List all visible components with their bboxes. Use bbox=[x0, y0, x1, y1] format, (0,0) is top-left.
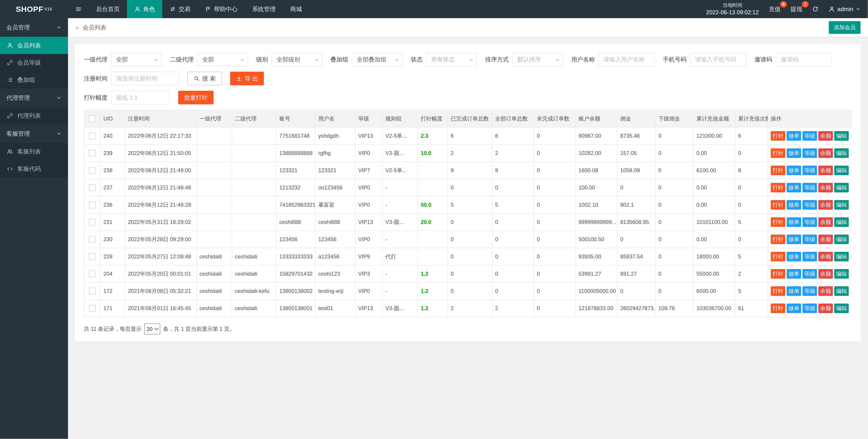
filter-select[interactable]: 默认排序 bbox=[512, 53, 563, 66]
nav-item[interactable]: 系统管理 bbox=[245, 0, 283, 18]
make-order-button[interactable]: 做单 bbox=[786, 303, 801, 313]
select-all-checkbox[interactable] bbox=[89, 115, 96, 122]
balance-button[interactable]: 余额 bbox=[818, 269, 833, 279]
level-button[interactable]: 等级 bbox=[803, 235, 817, 244]
add-member-button[interactable]: 添加会员 bbox=[829, 21, 861, 34]
edit-button[interactable]: 编辑 bbox=[834, 286, 849, 296]
balance-button[interactable]: 余额 bbox=[818, 200, 833, 210]
balance-button[interactable]: 余额 bbox=[818, 148, 833, 158]
make-order-button[interactable]: 做单 bbox=[786, 235, 801, 244]
sidebar-item[interactable]: 代理列表 bbox=[0, 107, 68, 124]
edit-button[interactable]: 编辑 bbox=[834, 131, 849, 141]
more-actions[interactable]: ... bbox=[850, 288, 852, 294]
filter-input[interactable] bbox=[776, 53, 832, 66]
row-checkbox[interactable] bbox=[89, 270, 96, 277]
withdraw-link[interactable]: 提现 1 bbox=[790, 5, 802, 13]
sidebar-group[interactable]: 代理管理 bbox=[0, 88, 68, 107]
more-actions[interactable]: ... bbox=[850, 305, 852, 311]
inject-button[interactable]: 打针 bbox=[771, 252, 785, 261]
search-button[interactable]: 搜 索 bbox=[187, 72, 222, 85]
nav-item[interactable]: 后台首页 bbox=[89, 0, 127, 18]
edit-button[interactable]: 编辑 bbox=[834, 200, 849, 210]
level-button[interactable]: 等级 bbox=[803, 131, 817, 141]
sidebar-item[interactable]: 叠加组 bbox=[0, 71, 68, 88]
edit-button[interactable]: 编辑 bbox=[834, 148, 849, 158]
recharge-link[interactable]: 充值 6 bbox=[769, 5, 780, 13]
edit-button[interactable]: 编辑 bbox=[834, 235, 849, 244]
edit-button[interactable]: 编辑 bbox=[834, 252, 849, 261]
balance-button[interactable]: 余额 bbox=[818, 131, 833, 141]
level-button[interactable]: 等级 bbox=[803, 303, 817, 313]
level-button[interactable]: 等级 bbox=[803, 269, 817, 279]
more-actions[interactable]: ... bbox=[850, 202, 852, 208]
menu-toggle[interactable] bbox=[68, 0, 89, 18]
filter-input[interactable] bbox=[690, 53, 746, 66]
row-checkbox[interactable] bbox=[89, 236, 96, 243]
nav-item[interactable]: 商城 bbox=[283, 0, 309, 18]
sidebar-group[interactable]: 客服管理 bbox=[0, 124, 68, 143]
row-checkbox[interactable] bbox=[89, 305, 96, 312]
nav-item[interactable]: 帮助中心 bbox=[198, 0, 245, 18]
user-menu[interactable]: admin bbox=[829, 6, 861, 13]
balance-button[interactable]: 余额 bbox=[818, 183, 833, 193]
level-button[interactable]: 等级 bbox=[803, 148, 817, 158]
inject-button[interactable]: 打针 bbox=[771, 303, 785, 313]
filter-select[interactable]: 全部级别 bbox=[272, 53, 322, 66]
refresh-button[interactable] bbox=[812, 6, 818, 12]
balance-button[interactable]: 余额 bbox=[818, 235, 833, 244]
inject-range-input[interactable] bbox=[111, 91, 170, 105]
sidebar-item[interactable]: 客服代码 bbox=[0, 160, 68, 177]
inject-button[interactable]: 打针 bbox=[771, 183, 785, 193]
balance-button[interactable]: 余额 bbox=[818, 166, 833, 175]
more-actions[interactable]: ... bbox=[850, 254, 852, 260]
edit-button[interactable]: 编辑 bbox=[834, 303, 849, 313]
make-order-button[interactable]: 做单 bbox=[786, 286, 801, 296]
make-order-button[interactable]: 做单 bbox=[786, 131, 801, 141]
row-checkbox[interactable] bbox=[89, 167, 96, 174]
balance-button[interactable]: 余额 bbox=[818, 217, 833, 227]
filter-select[interactable]: 全部 bbox=[111, 53, 162, 66]
edit-button[interactable]: 编辑 bbox=[834, 166, 849, 175]
more-actions[interactable]: ... bbox=[850, 184, 852, 191]
nav-item[interactable]: 角色 bbox=[127, 0, 162, 18]
more-actions[interactable]: ... bbox=[850, 133, 852, 139]
row-checkbox[interactable] bbox=[89, 219, 96, 226]
page-size-select[interactable]: 20 bbox=[144, 324, 160, 334]
sidebar-group[interactable]: 会员管理 bbox=[0, 18, 68, 37]
balance-button[interactable]: 余额 bbox=[818, 252, 833, 261]
balance-button[interactable]: 余额 bbox=[818, 303, 833, 313]
inject-button[interactable]: 打针 bbox=[771, 235, 785, 244]
row-checkbox[interactable] bbox=[89, 202, 96, 208]
make-order-button[interactable]: 做单 bbox=[786, 217, 801, 227]
row-checkbox[interactable] bbox=[89, 150, 96, 156]
more-actions[interactable]: ... bbox=[850, 150, 852, 156]
filter-select[interactable]: 全部 bbox=[197, 53, 248, 66]
reg-time-input[interactable] bbox=[111, 72, 179, 85]
more-actions[interactable]: ... bbox=[850, 271, 852, 277]
level-button[interactable]: 等级 bbox=[803, 252, 817, 261]
edit-button[interactable]: 编辑 bbox=[834, 183, 849, 193]
more-actions[interactable]: ... bbox=[850, 236, 852, 242]
make-order-button[interactable]: 做单 bbox=[786, 252, 801, 261]
make-order-button[interactable]: 做单 bbox=[786, 148, 801, 158]
make-order-button[interactable]: 做单 bbox=[786, 269, 801, 279]
balance-button[interactable]: 余额 bbox=[818, 286, 833, 296]
level-button[interactable]: 等级 bbox=[803, 286, 817, 296]
make-order-button[interactable]: 做单 bbox=[786, 166, 801, 175]
inject-button[interactable]: 打针 bbox=[771, 269, 785, 279]
make-order-button[interactable]: 做单 bbox=[786, 200, 801, 210]
level-button[interactable]: 等级 bbox=[803, 183, 817, 193]
more-actions[interactable]: ... bbox=[850, 219, 852, 225]
table-scroll-area[interactable]: UID注册时间一级代理二级代理账号用户名等级规则组打针幅度已完成订单总数全部订单… bbox=[84, 110, 852, 317]
inject-button[interactable]: 打针 bbox=[771, 286, 785, 296]
row-checkbox[interactable] bbox=[89, 253, 96, 260]
row-checkbox[interactable] bbox=[89, 288, 96, 294]
nav-item[interactable]: 交易 bbox=[162, 0, 198, 18]
level-button[interactable]: 等级 bbox=[803, 217, 817, 227]
row-checkbox[interactable] bbox=[89, 133, 96, 139]
more-actions[interactable]: ... bbox=[850, 167, 852, 173]
sidebar-item[interactable]: 客服列表 bbox=[0, 143, 68, 160]
inject-button[interactable]: 打针 bbox=[771, 131, 785, 141]
edit-button[interactable]: 编辑 bbox=[834, 217, 849, 227]
inject-button[interactable]: 打针 bbox=[771, 217, 785, 227]
